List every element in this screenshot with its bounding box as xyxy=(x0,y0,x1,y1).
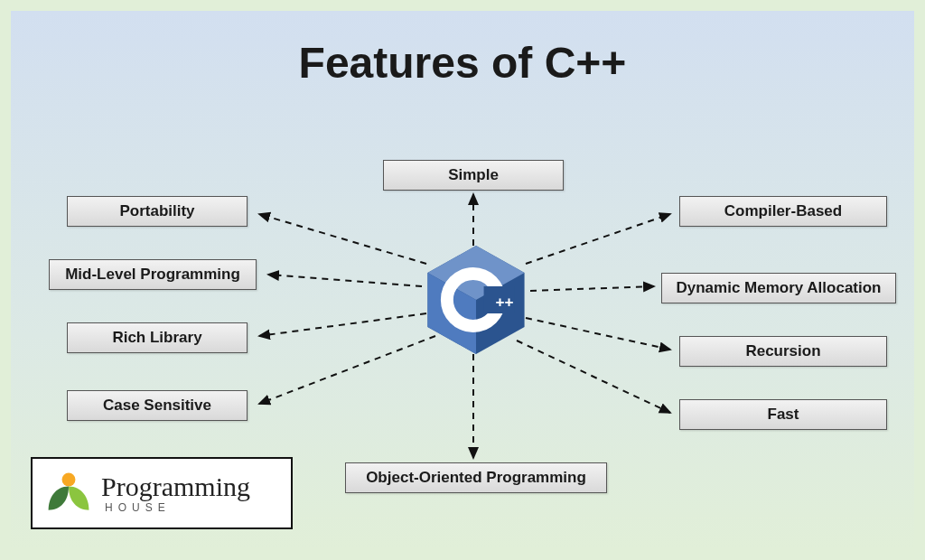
brand-card: Programming HOUSE xyxy=(31,457,293,529)
svg-line-6 xyxy=(526,214,670,264)
svg-line-3 xyxy=(268,275,422,286)
brand-leaf-icon xyxy=(43,468,94,518)
svg-text:++: ++ xyxy=(495,293,513,311)
brand-subtitle: HOUSE xyxy=(101,502,250,513)
svg-point-16 xyxy=(62,473,76,487)
svg-line-4 xyxy=(259,313,426,336)
feature-portability: Portability xyxy=(67,196,248,227)
cpp-logo: ++ xyxy=(426,246,526,354)
svg-line-9 xyxy=(517,341,670,413)
page-title: Features of C++ xyxy=(11,38,914,88)
svg-line-2 xyxy=(259,214,426,264)
feature-fast: Fast xyxy=(679,399,887,430)
svg-line-7 xyxy=(530,286,654,291)
feature-richlib: Rich Library xyxy=(67,322,248,353)
svg-line-5 xyxy=(259,336,435,404)
feature-dynmem: Dynamic Memory Allocation xyxy=(661,273,896,303)
brand-name: Programming xyxy=(101,473,250,500)
feature-oop: Object-Oriented Programming xyxy=(345,462,607,493)
feature-recursion: Recursion xyxy=(679,336,887,367)
feature-simple: Simple xyxy=(383,160,564,191)
feature-midlevel: Mid-Level Programming xyxy=(49,259,257,290)
feature-casesens: Case Sensitive xyxy=(67,390,248,421)
svg-line-8 xyxy=(526,318,670,350)
feature-compiler: Compiler-Based xyxy=(679,196,887,227)
